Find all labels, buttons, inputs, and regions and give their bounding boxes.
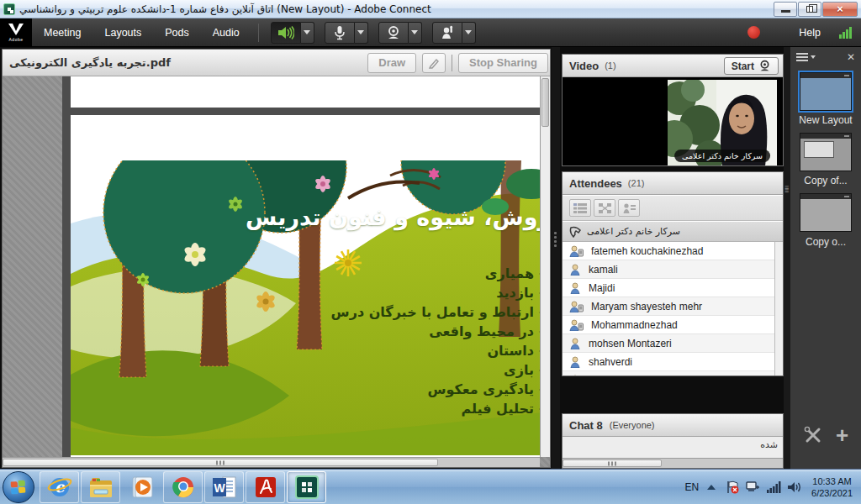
video-name-overlay: سرکار خانم دکتر اعلامی bbox=[674, 150, 770, 162]
scrollbar-thumb[interactable] bbox=[563, 459, 662, 467]
attendee-row[interactable]: Majidi bbox=[563, 279, 774, 297]
system-tray: EN bbox=[684, 470, 861, 504]
breakout-view-button[interactable] bbox=[594, 199, 615, 217]
start-button[interactable] bbox=[3, 471, 34, 503]
attendee-row[interactable]: shahverdi bbox=[563, 353, 774, 371]
layout-thumb-copy-2[interactable] bbox=[800, 193, 852, 232]
chat-scope: (Everyone) bbox=[610, 420, 655, 430]
scrollbar-thumb[interactable] bbox=[3, 459, 438, 466]
pod-splitter[interactable] bbox=[552, 47, 560, 469]
signal-strength-icon[interactable] bbox=[767, 481, 781, 493]
breakout-view-icon bbox=[599, 203, 611, 213]
speaker-split-button bbox=[271, 22, 314, 44]
vertical-scrollbar[interactable] bbox=[540, 76, 550, 457]
taskbar-internet-explorer[interactable]: e bbox=[40, 471, 79, 503]
layout-label[interactable]: New Layout bbox=[790, 114, 861, 126]
layout-thumb-new-layout[interactable] bbox=[800, 72, 852, 111]
menu-layouts[interactable]: Layouts bbox=[92, 18, 153, 47]
action-center-icon[interactable] bbox=[726, 480, 739, 494]
start-webcam-button[interactable]: Start bbox=[724, 57, 779, 75]
attendee-row-host[interactable]: سرکار خانم دکتر اعلامی bbox=[563, 222, 783, 242]
attendee-name: mohsen Montazeri bbox=[589, 338, 672, 349]
attendees-pod: Attendees (21) bbox=[562, 171, 784, 376]
svg-text:W: W bbox=[214, 481, 225, 495]
attendee-row[interactable]: Maryam shayesteh mehr bbox=[563, 297, 774, 316]
menu-audio[interactable]: Audio bbox=[201, 18, 251, 47]
adobe-logo: Adobe bbox=[0, 18, 32, 47]
taskbar-chrome[interactable] bbox=[163, 471, 203, 503]
attendee-status-view-button[interactable] bbox=[618, 199, 640, 217]
speaker-dropdown[interactable] bbox=[301, 22, 314, 44]
close-sidebar-button[interactable]: ✕ bbox=[847, 51, 855, 63]
taskbar-adobe-connect[interactable] bbox=[287, 471, 326, 503]
connection-strength-icon[interactable] bbox=[839, 27, 853, 39]
webcam-feed[interactable]: سرکار خانم دکتر اعلامی bbox=[668, 80, 777, 166]
layout-label[interactable]: Copy of... bbox=[790, 175, 861, 186]
status-dropdown[interactable] bbox=[462, 22, 476, 44]
shared-document-name: تجربه یادگیری الکترونیکی.pdf bbox=[9, 56, 171, 69]
layout-thumb-copy-1[interactable] bbox=[800, 133, 852, 171]
close-button[interactable]: × bbox=[822, 2, 858, 17]
attendee-row[interactable]: mohsen Montazeri bbox=[563, 334, 774, 353]
taskbar-file-explorer[interactable] bbox=[81, 471, 120, 503]
attendee-name: shahverdi bbox=[589, 356, 632, 368]
raise-hand-button[interactable] bbox=[432, 22, 462, 44]
restore-button[interactable] bbox=[798, 2, 821, 17]
taskbar-clock[interactable]: 10:33 AM 6/23/2021 bbox=[811, 475, 853, 499]
webcam-button[interactable] bbox=[378, 22, 409, 44]
windows-logo-icon bbox=[11, 480, 27, 494]
sidebar-splitter[interactable]: ≡≡ bbox=[784, 47, 790, 469]
scrollbar-thumb[interactable] bbox=[541, 78, 549, 127]
pointer-tool-button[interactable] bbox=[422, 53, 446, 73]
restore-icon bbox=[806, 6, 813, 13]
attendees-toolbar bbox=[563, 196, 783, 221]
language-indicator[interactable]: EN bbox=[684, 481, 699, 493]
menu-meeting[interactable]: Meeting bbox=[32, 18, 92, 47]
network-icon[interactable] bbox=[746, 480, 760, 494]
taskbar-media-player[interactable] bbox=[122, 471, 161, 503]
microphone-button[interactable] bbox=[325, 22, 355, 44]
attendee-list-view-button[interactable] bbox=[569, 199, 591, 217]
adobe-connect-window-icon bbox=[3, 3, 15, 15]
list-view-icon bbox=[573, 203, 587, 213]
webcam-split-button bbox=[378, 22, 422, 44]
volume-icon[interactable] bbox=[788, 481, 801, 493]
person-icon bbox=[569, 375, 581, 377]
attendee-name: Majidi bbox=[589, 282, 615, 294]
windows-taskbar: e bbox=[0, 469, 861, 504]
microphone-dropdown[interactable] bbox=[355, 22, 368, 44]
manage-layouts-button[interactable] bbox=[803, 425, 823, 445]
menu-pods[interactable]: Pods bbox=[153, 18, 201, 47]
microphone-icon bbox=[334, 25, 346, 40]
menu-help[interactable]: Help bbox=[799, 18, 821, 47]
attendee-row-partial[interactable] bbox=[563, 371, 774, 376]
add-layout-button[interactable]: + bbox=[836, 427, 848, 444]
chat-pod-header: Chat 8 (Everyone) bbox=[563, 414, 783, 437]
layout-label[interactable]: Copy o... bbox=[790, 236, 861, 248]
attendee-name: kamali bbox=[589, 264, 618, 276]
attendee-row[interactable]: Mohammadnezhad bbox=[563, 316, 774, 334]
slide-bullet: همیاری bbox=[485, 265, 534, 281]
status-view-icon bbox=[623, 203, 636, 213]
horizontal-scrollbar[interactable] bbox=[3, 457, 540, 467]
chat-message-area[interactable]: شده bbox=[563, 437, 783, 458]
desktop: اتاق آنلاين دفاع شماره 1-دانشكده علوم تر… bbox=[0, 0, 861, 504]
slide-bullet: در محیط واقعی bbox=[429, 323, 534, 339]
webcam-dropdown[interactable] bbox=[409, 22, 422, 44]
chat-horizontal-scrollbar[interactable] bbox=[563, 458, 783, 468]
person-icon bbox=[569, 356, 581, 368]
window-title: اتاق آنلاين دفاع شماره 1-دانشكده علوم تر… bbox=[19, 3, 431, 15]
speaker-button[interactable] bbox=[271, 22, 301, 44]
stop-sharing-button[interactable]: Stop Sharing bbox=[458, 53, 548, 73]
minimize-button[interactable] bbox=[774, 2, 797, 17]
show-hidden-icons-button[interactable] bbox=[707, 485, 716, 490]
attendee-row[interactable]: fatemeh kouchakinezhad bbox=[563, 242, 774, 260]
attendee-row[interactable]: kamali bbox=[563, 260, 774, 279]
draw-button[interactable]: Draw bbox=[367, 53, 416, 73]
taskbar-acrobat[interactable] bbox=[246, 471, 285, 503]
meeting-workspace: تجربه یادگیری الکترونیکی.pdf Draw Stop S… bbox=[0, 47, 861, 469]
taskbar-word[interactable]: W bbox=[204, 471, 244, 503]
adobe-a-icon bbox=[8, 24, 24, 35]
attendees-scrollbar[interactable] bbox=[774, 242, 783, 375]
layouts-menu-button[interactable] bbox=[796, 51, 816, 63]
